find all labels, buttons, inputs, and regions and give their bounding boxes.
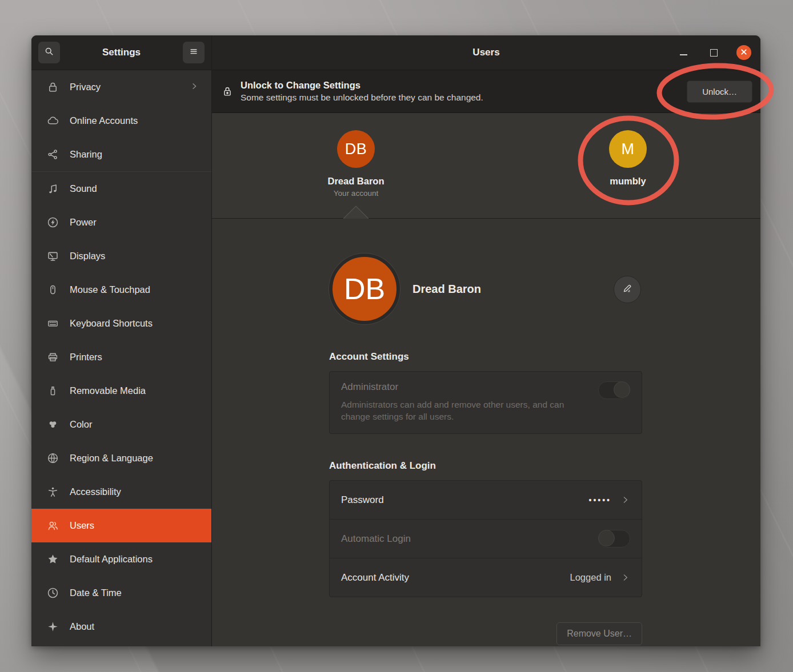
sidebar-item-label: Keyboard Shortcuts: [70, 318, 190, 329]
sidebar-item-label: Color: [70, 419, 190, 430]
sidebar-item-about[interactable]: About: [31, 610, 211, 643]
keyboard-icon: [46, 317, 59, 331]
administrator-card: Administrator Administrators can add and…: [329, 371, 642, 434]
sidebar-item-label: Power: [70, 217, 190, 228]
password-row[interactable]: Password •••••: [330, 481, 642, 519]
star-icon: [46, 553, 59, 566]
lock-icon: [46, 81, 59, 94]
sidebar-item-sharing[interactable]: Sharing: [31, 138, 211, 172]
banner-text: Unlock to Change Settings Some settings …: [241, 79, 687, 103]
desktop-background: Settings Privacy Online Accounts Sharing: [0, 0, 793, 672]
sidebar-item-label: Online Accounts: [70, 115, 190, 126]
close-button[interactable]: [736, 45, 751, 60]
sidebar-item-label: Displays: [70, 251, 190, 261]
settings-window: Settings Privacy Online Accounts Sharing: [31, 35, 760, 646]
sidebar-column: Settings Privacy Online Accounts Sharing: [31, 35, 212, 646]
sidebar-item-printers[interactable]: Printers: [31, 340, 211, 374]
sidebar-item-label: About: [70, 621, 190, 632]
search-button[interactable]: [38, 42, 60, 63]
sound-icon: [46, 182, 59, 196]
banner-title: Unlock to Change Settings: [241, 79, 687, 92]
avatar-dread-baron: DB: [337, 130, 375, 168]
avatar-initials: DB: [345, 140, 367, 158]
carousel-user-name: Dread Baron: [327, 176, 384, 187]
banner-subtitle: Some settings must be unlocked before th…: [241, 92, 687, 103]
password-value: •••••: [588, 496, 611, 505]
carousel-user-dread-baron[interactable]: DB Dread Baron Your account: [310, 130, 402, 198]
administrator-label: Administrator: [341, 381, 630, 393]
clock-icon: [46, 586, 59, 600]
chevron-right-icon: [620, 573, 630, 582]
minimize-button[interactable]: [676, 45, 691, 60]
users-icon: [46, 519, 59, 533]
lock-icon: [221, 85, 234, 98]
profile-avatar[interactable]: DB: [329, 253, 400, 324]
sidebar-item-label: Mouse & Touchpad: [70, 284, 190, 295]
account-activity-row[interactable]: Account Activity Logged in: [330, 558, 642, 597]
sidebar-item-default-applications[interactable]: Default Applications: [31, 542, 211, 576]
search-icon: [43, 46, 55, 59]
sidebar-item-privacy[interactable]: Privacy: [31, 70, 211, 104]
authentication-heading: Authentication & Login: [329, 460, 642, 472]
chevron-right-icon: [190, 82, 199, 93]
sidebar-item-displays[interactable]: Displays: [31, 239, 211, 273]
globe-icon: [46, 452, 59, 465]
toggle-knob: [598, 530, 615, 546]
profile-header: DB Dread Baron: [329, 253, 642, 325]
sidebar-item-accessibility[interactable]: Accessibility: [31, 475, 211, 509]
sidebar-item-date-time[interactable]: Date & Time: [31, 576, 211, 610]
remove-user-button[interactable]: Remove User…: [556, 622, 642, 645]
user-details-panel: DB Dread Baron Account Settings: [212, 219, 760, 646]
sidebar-titlebar: Settings: [31, 35, 211, 70]
carousel-user-name: mumbly: [610, 176, 646, 187]
maximize-button[interactable]: [706, 45, 721, 60]
avatar-initials: M: [622, 140, 635, 158]
sidebar-item-power[interactable]: Power: [31, 206, 211, 239]
content-column: Users: [212, 35, 760, 646]
administrator-toggle[interactable]: [598, 381, 630, 399]
automatic-login-toggle[interactable]: [598, 530, 630, 548]
sparkle-icon: [46, 620, 59, 634]
mouse-icon: [46, 283, 59, 297]
hamburger-icon: [189, 46, 199, 59]
unlock-banner: Unlock to Change Settings Some settings …: [212, 70, 760, 113]
sidebar-item-mouse-touchpad[interactable]: Mouse & Touchpad: [31, 273, 211, 307]
sidebar-item-label: Region & Language: [70, 453, 190, 464]
toggle-knob: [614, 381, 630, 398]
unlock-button[interactable]: Unlock…: [687, 81, 752, 103]
color-icon: [46, 418, 59, 432]
sidebar-nav: Privacy Online Accounts Sharing Sound Po…: [31, 70, 211, 646]
sidebar-item-removable-media[interactable]: Removable Media: [31, 374, 211, 408]
profile-avatar-initials: DB: [344, 272, 385, 306]
accessibility-icon: [46, 485, 59, 499]
automatic-login-label: Automatic Login: [341, 533, 411, 545]
carousel-user-subtitle: Your account: [334, 189, 378, 198]
sidebar-item-keyboard-shortcuts[interactable]: Keyboard Shortcuts: [31, 307, 211, 340]
sidebar-item-color[interactable]: Color: [31, 408, 211, 441]
sidebar-item-sound[interactable]: Sound: [31, 172, 211, 206]
carousel-user-mumbly[interactable]: M mumbly: [582, 130, 674, 187]
administrator-description: Administrators can add and remove other …: [341, 399, 587, 422]
avatar-mumbly: M: [609, 130, 647, 168]
sidebar-title: Settings: [60, 47, 183, 58]
sidebar-item-region-language[interactable]: Region & Language: [31, 441, 211, 475]
sidebar-item-users[interactable]: Users: [31, 509, 211, 542]
authentication-card: Password ••••• Automatic Login: [329, 480, 642, 597]
sidebar-item-online-accounts[interactable]: Online Accounts: [31, 104, 211, 138]
sidebar-item-label: Sound: [70, 183, 190, 194]
account-settings-heading: Account Settings: [329, 351, 642, 363]
close-icon: [740, 47, 747, 58]
window-controls: [676, 35, 751, 70]
flash-drive-icon: [46, 384, 59, 398]
profile-name: Dread Baron: [412, 283, 481, 296]
sidebar-item-label: Removable Media: [70, 385, 190, 396]
sidebar-item-label: Accessibility: [70, 486, 190, 497]
sidebar-item-label: Date & Time: [70, 588, 190, 598]
sidebar-item-label: Default Applications: [70, 554, 190, 565]
sidebar-item-label: Printers: [70, 352, 190, 363]
remove-user-row: Remove User…: [329, 622, 642, 645]
menu-button[interactable]: [183, 42, 205, 63]
edit-name-button[interactable]: [614, 276, 641, 303]
chevron-right-icon: [620, 495, 630, 505]
automatic-login-row: Automatic Login: [330, 519, 642, 558]
